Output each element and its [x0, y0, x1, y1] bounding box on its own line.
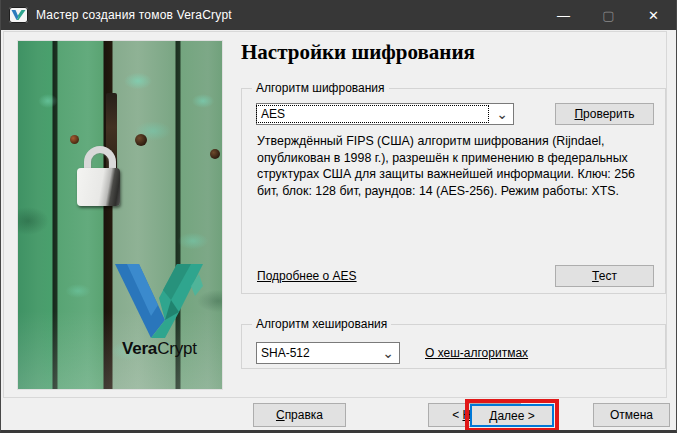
encryption-algorithm-group: Алгоритм шифрования AES ⌄ Проверить Утве…: [241, 88, 666, 294]
hash-algorithm-group: Алгоритм хеширования SHA-512 ⌄ О хеш-алг…: [241, 324, 666, 369]
benchmark-button-label: роверить: [583, 107, 634, 121]
encryption-algorithm-value: AES: [257, 107, 491, 121]
algorithm-description: Утверждённый FIPS (США) алгоритм шифрова…: [257, 133, 660, 199]
next-button-label: алее >: [497, 409, 534, 423]
veracrypt-app-icon: [9, 7, 28, 23]
veracrypt-v-logo: [113, 264, 205, 338]
veracrypt-wordmark: VeraCrypt: [122, 339, 197, 359]
titlebar: Мастер создания томов VeraCrypt — ▢ ✕: [1, 0, 676, 30]
cancel-button[interactable]: Отмена: [593, 403, 670, 427]
page-title: Настройки шифрования: [241, 40, 475, 65]
help-button-mnemonic: С: [276, 408, 285, 422]
test-button[interactable]: Тест: [555, 265, 654, 287]
chevron-down-icon: ⌄: [491, 105, 513, 123]
window-title: Мастер создания томов VeraCrypt: [36, 8, 232, 22]
padlock-icon: [77, 168, 120, 206]
screw-decoration: [70, 135, 79, 144]
screw-decoration: [210, 149, 220, 159]
caption-buttons: — ▢ ✕: [541, 0, 676, 30]
close-icon[interactable]: ✕: [631, 0, 676, 30]
screw-decoration: [135, 134, 147, 146]
help-button-label: правка: [285, 408, 323, 422]
wordmark-regular: Crypt: [157, 339, 197, 358]
hash-algorithm-value: SHA-512: [257, 346, 377, 360]
veracrypt-door-photo: VeraCrypt: [17, 40, 223, 390]
hash-algorithm-select[interactable]: SHA-512 ⌄: [256, 342, 400, 364]
chevron-down-icon: ⌄: [377, 344, 399, 362]
wordmark-bold: Vera: [122, 339, 157, 358]
test-button-mnemonic: Т: [592, 269, 599, 283]
maximize-icon: ▢: [586, 0, 631, 30]
encryption-group-label: Алгоритм шифрования: [252, 81, 389, 95]
benchmark-button-mnemonic: П: [574, 107, 583, 121]
more-about-aes-link[interactable]: Подробнее о AES: [257, 269, 357, 283]
hash-group-label: Алгоритм хеширования: [252, 317, 391, 331]
benchmark-button[interactable]: Проверить: [555, 103, 654, 125]
encryption-algorithm-select[interactable]: AES ⌄: [256, 103, 514, 125]
help-button[interactable]: Справка: [253, 403, 346, 427]
next-button[interactable]: Далее >: [470, 404, 554, 427]
hash-info-link[interactable]: О хеш-алгоритмах: [425, 346, 528, 360]
veracrypt-wizard-window: Мастер создания томов VeraCrypt — ▢ ✕ Ve…: [0, 0, 677, 433]
minimize-icon[interactable]: —: [541, 0, 586, 30]
test-button-label: ест: [599, 269, 617, 283]
back-button-prefix: <: [452, 408, 462, 422]
